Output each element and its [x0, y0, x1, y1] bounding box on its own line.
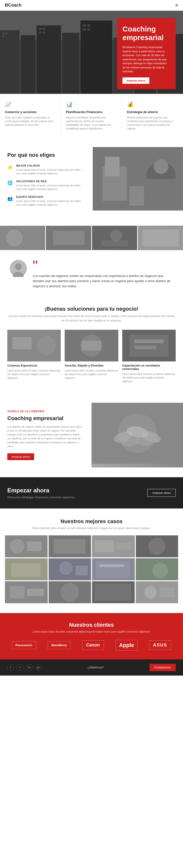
svg-point-43	[37, 336, 56, 355]
header: BCoach ≡	[0, 0, 183, 11]
solution-image-2	[65, 330, 118, 362]
case-cell-11	[92, 581, 135, 603]
photo-cell-4	[138, 226, 183, 250]
service-title-2: Planificación Financiera	[66, 110, 117, 114]
hero-cta-button[interactable]: empezar ahora	[122, 78, 149, 84]
facebook-icon[interactable]: f	[7, 664, 14, 671]
service-item-1: 📈 Comercio y acciones There are many var…	[0, 95, 61, 137]
clients-section: Nuestros clientes Lorem ipsum dolor sit …	[0, 613, 183, 659]
about-image	[92, 403, 183, 467]
footer: f t in g+ ¿Hablemos? Contáctenos	[0, 659, 183, 676]
svg-rect-46	[82, 341, 101, 350]
solution-image-3	[122, 330, 176, 362]
clients-subtitle: Lorem ipsum dolor sit amet, consectur ad…	[7, 630, 176, 633]
why-text-3: Lorem ipsum dolor sit amet, consectur ad…	[16, 199, 85, 207]
svg-point-71	[59, 561, 72, 575]
about-tag: ACERCA DE LA COMPAÑÍA	[7, 410, 84, 413]
solution-card-2: Sencillo, Rápido y Divertido Lorem ipsum…	[65, 330, 118, 383]
about-title: Coaching empresarial	[7, 415, 84, 422]
clients-logos: Panasonic BlackBerry Canon Apple ASUS	[7, 640, 176, 651]
cases-grid-top	[5, 535, 178, 580]
hero-section: Coaching empresarial Brindamos Coaching …	[0, 11, 183, 94]
about-left: ACERCA DE LA COMPAÑÍA Coaching empresari…	[0, 403, 92, 467]
case-cell-7	[92, 558, 135, 580]
svg-rect-84	[95, 584, 131, 601]
why-left: Por qué nos eliges ⭐ MEJOR CALIDAD Lorem…	[0, 147, 93, 216]
service-item-2: 📊 Planificación Financiera Algunos neces…	[61, 95, 122, 137]
service-title-3: Estrategia de ahorro	[127, 110, 178, 114]
solution-card-3: Capacitación en resultados comerciales L…	[122, 330, 176, 383]
about-cta-button[interactable]: empezar ahora	[7, 453, 34, 460]
cases-section: Nuestros mejores casos Nulla imperdiet o…	[0, 508, 183, 613]
svg-rect-65	[117, 543, 131, 550]
svg-point-77	[152, 563, 168, 578]
svg-rect-79	[10, 586, 25, 598]
why-item-3: 👥 EQUIPO DEDICADO Lorem ipsum dolor sit …	[7, 195, 85, 207]
why-text-2: Lorem ipsum dolor sit amet, consectur ad…	[16, 184, 85, 191]
svg-rect-49	[135, 339, 164, 343]
case-cell-1	[5, 535, 47, 557]
footer-cta-button[interactable]: Contáctenos	[150, 664, 176, 671]
svg-rect-80	[27, 589, 44, 596]
cta-left: Empezar ahora Ofrecemos estrategias fina…	[7, 487, 75, 499]
why-icon-1: ⭐	[7, 165, 13, 175]
cases-subtitle: Nulla imperdiet odio sit amet vel sed ve…	[5, 527, 178, 529]
solution-image-1	[7, 330, 61, 362]
testimonial-avatar	[10, 260, 27, 277]
why-item-1: ⭐ MEJOR CALIDAD Lorem ipsum dolor sit am…	[7, 164, 85, 175]
client-logo-blackberry: BlackBerry	[47, 641, 70, 649]
svg-rect-60	[27, 541, 42, 551]
case-cell-12	[136, 581, 178, 603]
cta-button[interactable]: empezar ahora	[147, 489, 176, 497]
service-text-3: Muchos propietarios de negocios son exce…	[127, 116, 178, 130]
svg-rect-74	[96, 561, 130, 578]
why-text-1: Lorem ipsum dolor sit amet, consectur ad…	[16, 168, 85, 175]
testimonial-quote-mark: "	[33, 260, 173, 272]
why-icon-3: 👥	[7, 196, 13, 207]
service-icon-3: 💰	[127, 101, 178, 108]
cases-grid-bottom	[5, 581, 178, 603]
why-item-2: 🌐 SOLUCIONES DE RED Lorem ipsum dolor si…	[7, 180, 85, 191]
service-item-3: 💰 Estrategia de ahorro Muchos propietari…	[122, 95, 183, 137]
svg-rect-37	[143, 229, 179, 246]
photo-cell-3	[92, 226, 137, 250]
footer-social-icons: f t in g+	[7, 664, 42, 671]
service-icon-2: 📊	[66, 101, 117, 108]
client-logo-panasonic: Panasonic	[12, 641, 36, 649]
photo-grid	[0, 226, 183, 250]
photo-cell-2	[46, 226, 91, 250]
svg-rect-32	[53, 230, 84, 245]
svg-rect-72	[75, 566, 87, 576]
about-text: Los coaches de negocio suelen ser empres…	[7, 425, 84, 448]
svg-rect-27	[146, 179, 176, 203]
svg-point-30	[6, 229, 23, 246]
why-section: Por qué nos eliges ⭐ MEJOR CALIDAD Lorem…	[0, 137, 183, 226]
svg-rect-62	[53, 539, 85, 554]
solution-title-2: Sencillo, Rápido y Divertido	[65, 364, 118, 367]
svg-rect-24	[105, 157, 119, 176]
case-cell-4	[136, 535, 178, 557]
footer-contact-label: ¿Hablemos?	[87, 666, 104, 669]
why-image	[93, 147, 183, 211]
svg-rect-28	[129, 186, 144, 206]
why-title: Por qué nos eliges	[7, 152, 85, 158]
hero-card: Coaching empresarial Brindamos Coaching …	[117, 18, 176, 89]
twitter-icon[interactable]: t	[16, 664, 24, 671]
linkedin-icon[interactable]: in	[26, 664, 33, 671]
case-cell-10	[48, 581, 91, 603]
svg-rect-87	[160, 587, 175, 597]
menu-icon[interactable]: ≡	[175, 2, 178, 8]
about-section: ACERCA DE LA COMPAÑÍA Coaching empresari…	[0, 393, 183, 477]
testimonial-text: Los coaches de negocios suelen ser empre…	[33, 274, 173, 289]
solution-text-1: Lorem ipsum dolor sit amet, consectur ad…	[7, 369, 61, 380]
solutions-title: ¡Buenas soluciones para tu negocio!	[7, 306, 176, 312]
cta-title: Empezar ahora	[7, 487, 75, 494]
case-cell-3	[92, 535, 135, 557]
why-label-1: MEJOR CALIDAD	[16, 164, 85, 167]
service-text-2: Algunos necesitados de planificación pat…	[66, 116, 117, 130]
googleplus-icon[interactable]: g+	[35, 664, 42, 671]
solution-title-1: Creamos Experiencia	[7, 364, 61, 367]
svg-point-59	[10, 539, 25, 554]
case-cell-5	[5, 558, 47, 580]
photo-cell-1	[0, 226, 45, 250]
